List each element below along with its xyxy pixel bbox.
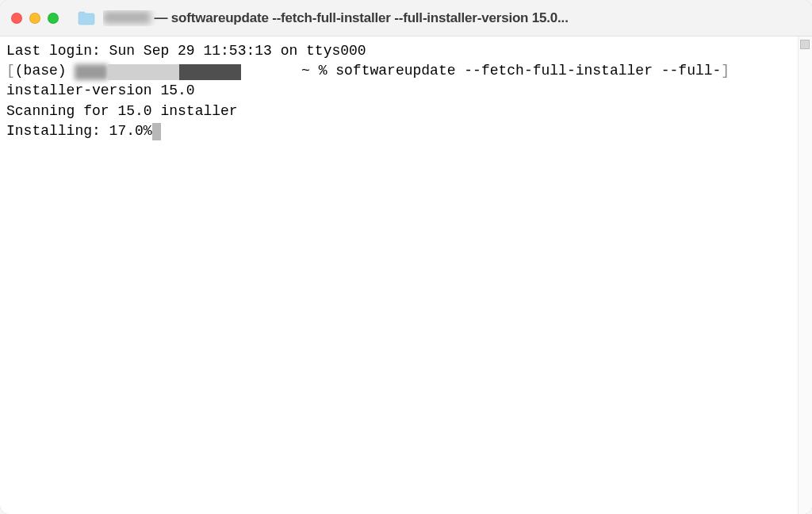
window-title-text: — softwareupdate --fetch-full-installer … bbox=[151, 10, 569, 25]
folder-icon bbox=[78, 11, 95, 25]
bracket-open: [ bbox=[6, 63, 15, 79]
prompt-symbol: ~ % bbox=[293, 63, 335, 79]
traffic-lights bbox=[11, 13, 59, 24]
terminal-cursor bbox=[152, 123, 161, 140]
terminal-content[interactable]: Last login: Sun Sep 29 11:53:13 on ttys0… bbox=[0, 36, 798, 514]
installing-text: Installing: 17.0% bbox=[6, 123, 152, 139]
terminal-body: Last login: Sun Sep 29 11:53:13 on ttys0… bbox=[0, 36, 812, 514]
redacted-host-1 bbox=[108, 64, 179, 80]
scrollbar[interactable] bbox=[798, 36, 812, 514]
scroll-indicator-icon bbox=[800, 40, 810, 49]
titlebar[interactable]: — softwareupdate --fetch-full-installer … bbox=[0, 0, 812, 36]
prompt-line-1: [(base) ~ % softwareupdate --fetch-full-… bbox=[6, 61, 791, 81]
bracket-close: ] bbox=[721, 63, 730, 79]
command-text-1: softwareupdate --fetch-full-installer --… bbox=[335, 63, 721, 79]
close-window-button[interactable] bbox=[11, 13, 22, 24]
redacted-username bbox=[103, 11, 151, 24]
scanning-line: Scanning for 15.0 installer bbox=[6, 102, 791, 121]
fullscreen-window-button[interactable] bbox=[48, 13, 59, 24]
installing-line: Installing: 17.0% bbox=[6, 121, 791, 141]
redacted-user bbox=[75, 64, 108, 80]
minimize-window-button[interactable] bbox=[29, 13, 40, 24]
command-continuation-line: installer-version 15.0 bbox=[6, 81, 791, 101]
prompt-env: (base) bbox=[15, 63, 75, 79]
last-login-line: Last login: Sun Sep 29 11:53:13 on ttys0… bbox=[6, 41, 791, 61]
prompt-path bbox=[241, 63, 293, 79]
terminal-window: — softwareupdate --fetch-full-installer … bbox=[0, 0, 812, 514]
redacted-host-2 bbox=[179, 64, 241, 80]
window-title: — softwareupdate --fetch-full-installer … bbox=[103, 10, 801, 26]
